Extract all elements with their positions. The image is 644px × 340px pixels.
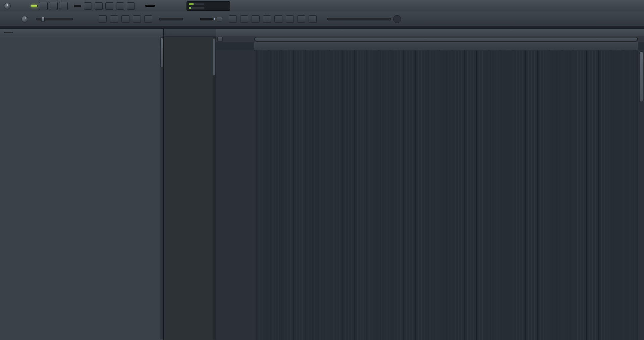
volume-slider-handle[interactable] — [41, 17, 45, 22]
rack-scrollbar-handle[interactable] — [160, 38, 163, 68]
playlist-vscrollbar[interactable] — [638, 50, 644, 340]
follow-playback-icon[interactable] — [110, 15, 118, 23]
main-volume-slider[interactable] — [36, 18, 73, 20]
mic-monitor-icon[interactable] — [144, 15, 152, 23]
info-icon[interactable] — [306, 2, 314, 10]
tempo-display[interactable] — [74, 5, 81, 7]
pattern-scrollbar-handle[interactable] — [213, 39, 215, 75]
playlist-titlebar — [216, 29, 644, 36]
pattern-list-panel — [164, 29, 216, 340]
typing-keyboard-icon[interactable] — [127, 2, 135, 10]
window-controls — [610, 2, 641, 10]
waveform-icon[interactable] — [84, 2, 92, 10]
cpu-meter — [189, 3, 204, 5]
pattern-selector: ▲▼ — [200, 17, 222, 21]
minimize-button[interactable] — [610, 2, 620, 10]
plugin-picker-icon[interactable] — [286, 15, 294, 23]
channel-rack-header — [0, 29, 163, 36]
secondary-toolbar: ▲▼ — [0, 12, 644, 26]
rack-scrollbar[interactable] — [160, 37, 163, 339]
time-display — [145, 5, 155, 7]
clipboard-icon[interactable] — [297, 15, 305, 23]
help-icon[interactable] — [274, 2, 282, 10]
pattern-scrollbar[interactable] — [213, 37, 216, 340]
channel-rack-icon[interactable] — [252, 15, 260, 23]
pattern-list-toolbar — [164, 29, 216, 37]
news-globe-icon[interactable] — [393, 15, 401, 23]
cut-icon[interactable] — [252, 2, 260, 10]
hint-panel — [327, 18, 391, 20]
tools-icon[interactable] — [309, 15, 317, 23]
record-button[interactable] — [59, 2, 68, 10]
stop-button[interactable] — [49, 2, 58, 10]
download-icon[interactable] — [317, 2, 325, 10]
add-pattern-button[interactable] — [217, 17, 222, 21]
hscrollbar-handle[interactable] — [255, 38, 637, 41]
browser-icon[interactable] — [274, 15, 282, 23]
song-mode-button[interactable] — [31, 5, 38, 7]
channel-rack-panel — [0, 29, 164, 340]
metronome-icon[interactable] — [116, 2, 124, 10]
maximize-button[interactable] — [621, 2, 631, 10]
playlist-canvas[interactable] — [254, 50, 638, 340]
channel-filter-dropdown[interactable] — [4, 32, 13, 33]
overdub-icon[interactable] — [95, 2, 103, 10]
cpu-panel — [186, 1, 230, 11]
menu-bar — [0, 0, 644, 12]
slide-tool-icon[interactable] — [133, 15, 141, 23]
playlist-window — [216, 29, 644, 340]
track-headers — [216, 50, 254, 340]
shuffle-knob[interactable] — [4, 3, 11, 9]
close-button[interactable] — [631, 2, 641, 10]
vscrollbar-handle[interactable] — [639, 52, 643, 102]
draw-tool-icon[interactable] — [121, 15, 129, 23]
timeline-ruler[interactable] — [254, 42, 638, 50]
pattern-selector-value[interactable] — [200, 18, 213, 20]
pattern-list — [164, 37, 212, 340]
curve-type-dropdown[interactable] — [159, 18, 183, 20]
playlist-toolrow — [216, 36, 644, 42]
main-pitch-knob[interactable] — [21, 16, 28, 22]
pattern-spinner[interactable]: ▲▼ — [214, 17, 216, 21]
fl-studio-window: ▲▼ — [0, 0, 644, 340]
undo-icon[interactable] — [241, 2, 250, 10]
loop-record-icon[interactable] — [105, 2, 113, 10]
save-icon[interactable] — [284, 2, 292, 10]
playlist-view-icon[interactable] — [229, 15, 237, 23]
channel-list — [0, 36, 159, 340]
add-track-button[interactable] — [217, 37, 223, 42]
polyphony-meter — [189, 7, 204, 9]
piano-roll-icon[interactable] — [240, 15, 248, 23]
play-button[interactable] — [39, 2, 48, 10]
export-icon[interactable] — [295, 2, 303, 10]
mic-icon[interactable] — [263, 2, 271, 10]
typing-to-piano-icon[interactable] — [99, 15, 107, 23]
mixer-icon[interactable] — [263, 15, 271, 23]
playlist-hscrollbar[interactable] — [254, 37, 638, 42]
next-arrow-icon[interactable] — [186, 15, 195, 23]
